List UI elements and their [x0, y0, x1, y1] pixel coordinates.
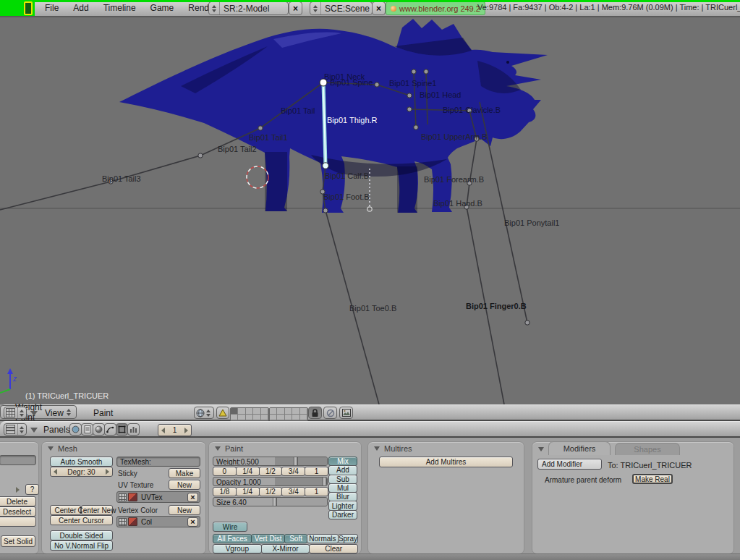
modifiers-panel-collapse-icon[interactable] [538, 447, 544, 451]
scene-buttons-tab[interactable] [127, 423, 140, 436]
buttons-header-collapse-icon[interactable] [30, 428, 38, 433]
manipulator-toggle[interactable] [216, 407, 229, 419]
layer-cell-4[interactable] [261, 408, 268, 415]
paint-mode-4[interactable]: Blur [328, 492, 357, 501]
tab-shapes[interactable]: Shapes [615, 443, 680, 455]
paint-mode-0[interactable]: Mix [328, 457, 357, 466]
screen-close-button[interactable]: × [289, 1, 302, 15]
frame-increment-icon[interactable] [184, 428, 188, 433]
window-type-selector[interactable] [4, 407, 27, 419]
set-solid-button[interactable]: Set Solid [1, 535, 35, 547]
shading-buttons-tab[interactable] [93, 423, 105, 436]
paint-mode-5[interactable]: Lighter [328, 501, 357, 510]
paint-mode-1[interactable]: Add [328, 465, 357, 475]
scene-selector-arrows-icon[interactable] [310, 2, 321, 14]
layer-cell-16[interactable] [277, 415, 284, 421]
multires-panel-collapse-icon[interactable] [374, 446, 380, 451]
paint-action-2[interactable]: Clear [309, 544, 358, 553]
mesh-panel-collapse-icon[interactable] [48, 446, 54, 451]
layer-grid-2[interactable] [269, 407, 308, 421]
add-multires-button[interactable]: Add Multires [379, 457, 513, 467]
layer-grid-1[interactable] [230, 407, 269, 421]
help-button[interactable]: ? [25, 484, 39, 495]
viewport-3d[interactable]: Bip01 NeckBip01 SpineBip01 Spine1Bip01 H… [0, 17, 740, 404]
header-collapse-icon[interactable] [30, 411, 38, 416]
paint-mode-2[interactable]: Sub [328, 475, 357, 484]
screen-selector[interactable]: SR:2-Model [208, 1, 289, 15]
paint-option-1[interactable]: Vert Dist [251, 534, 285, 543]
add-modifier-dropdown[interactable]: Add Modifier [537, 459, 602, 470]
layer-cell-5[interactable] [231, 415, 238, 421]
delete-button[interactable]: Delete [0, 496, 36, 506]
layer-cell-14[interactable] [300, 408, 307, 415]
scene-close-button[interactable]: × [372, 1, 386, 15]
uvtex-row[interactable]: UVTex × [116, 491, 200, 503]
uvtex-delete-button[interactable]: × [187, 493, 198, 502]
paint-option-3[interactable]: Normals [307, 534, 339, 543]
layer-cell-8[interactable] [253, 415, 260, 421]
sticky-make-button[interactable]: Make [169, 468, 200, 478]
vertex-color-new-button[interactable]: New [169, 505, 200, 515]
layer-cell-17[interactable] [285, 415, 292, 421]
layer-cell-12[interactable] [285, 408, 292, 415]
paint-panel-collapse-icon[interactable] [215, 446, 221, 451]
paint-option-0[interactable]: All Faces [213, 534, 252, 543]
partial-name-field[interactable] [0, 455, 36, 465]
layer-cell-11[interactable] [277, 408, 284, 415]
degr-field[interactable]: Degr: 30 [50, 467, 113, 477]
wire-button[interactable]: Wire [213, 522, 247, 532]
weight-preset-4[interactable]: 1 [305, 467, 328, 476]
assign-button-partial[interactable] [0, 517, 36, 527]
layer-cell-15[interactable] [270, 415, 277, 421]
center-new-button[interactable]: Center New [81, 505, 113, 515]
degr-increment-icon[interactable] [106, 469, 109, 475]
menu-view[interactable]: View [45, 408, 64, 418]
opacity-preset-4[interactable]: 1 [305, 487, 328, 496]
col-delete-button[interactable]: × [187, 517, 198, 527]
script-buttons-tab[interactable] [81, 423, 93, 436]
no-vnormal-flip-button[interactable]: No V.Normal Flip [50, 540, 113, 551]
layer-cell-6[interactable] [238, 415, 245, 421]
weight-slider[interactable]: Weight:0.500 [213, 457, 328, 466]
layer-cell-7[interactable] [246, 415, 253, 421]
blender-org-badge[interactable]: www.blender.org 249.2 [386, 1, 485, 15]
layer-cell-2[interactable] [246, 408, 253, 415]
degr-decrement-icon[interactable] [54, 469, 57, 475]
menu-2[interactable]: Timeline [96, 3, 143, 13]
layer-cell-0[interactable] [231, 408, 238, 415]
scene-selector[interactable]: SCE:Scene [310, 1, 373, 15]
render-preview-button[interactable] [339, 407, 353, 419]
layer-cell-19[interactable] [300, 415, 307, 421]
partial-increment-icon[interactable] [16, 487, 20, 493]
opacity-preset-2[interactable]: 1/2 [259, 487, 283, 496]
menu-0[interactable]: File [38, 3, 66, 13]
layer-cell-9[interactable] [261, 415, 268, 421]
menu-3[interactable]: Game [143, 3, 182, 13]
layer-cell-13[interactable] [292, 408, 299, 415]
make-real-button[interactable]: Make Real [632, 474, 673, 484]
center-button[interactable]: Center [50, 505, 81, 515]
buttons-window-type-selector[interactable] [4, 423, 27, 436]
lock-layers-toggle[interactable] [308, 407, 322, 419]
opacity-slider[interactable]: Opacity 1.000 [213, 477, 328, 486]
menu-1[interactable]: Add [66, 3, 95, 13]
col-row[interactable]: Col × [116, 516, 200, 527]
double-sided-button[interactable]: Double Sided [50, 530, 113, 540]
screen-selector-arrows-icon[interactable] [209, 2, 220, 14]
uv-texture-new-button[interactable]: New [169, 480, 200, 490]
opacity-preset-3[interactable]: 3/4 [281, 487, 305, 496]
deselect-button[interactable]: Deselect [0, 506, 36, 517]
weight-preset-0[interactable]: 0 [213, 467, 237, 476]
texmesh-field[interactable]: TexMesh: [116, 457, 200, 467]
layer-cell-3[interactable] [253, 408, 260, 415]
size-slider[interactable]: Size 6.40 [213, 497, 328, 506]
editing-buttons-tab[interactable] [116, 423, 128, 436]
frame-number-field[interactable]: 1 [158, 424, 192, 436]
paint-action-0[interactable]: Vgroup [213, 544, 262, 553]
opacity-preset-1[interactable]: 1/4 [236, 487, 260, 496]
panels-menu[interactable]: Panels [43, 425, 70, 435]
frame-decrement-icon[interactable] [161, 428, 165, 433]
render-border-button[interactable] [323, 407, 337, 419]
paint-mode-6[interactable]: Darker [328, 510, 357, 519]
layer-cell-18[interactable] [292, 415, 299, 421]
